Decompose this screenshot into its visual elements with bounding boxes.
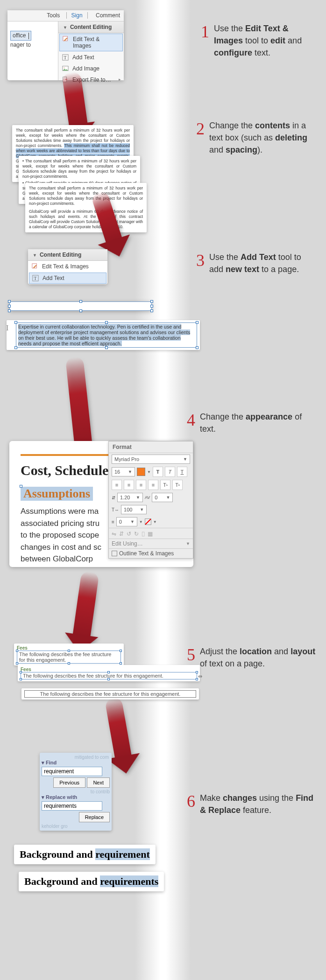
replace-button[interactable]: Replace [79, 812, 110, 822]
heading-assumptions[interactable]: Assumptions [21, 487, 93, 501]
replace-input[interactable] [42, 801, 102, 811]
caption-5: 5 Adjust the location and layout of text… [200, 645, 317, 670]
step-number-6: 6 [187, 789, 195, 813]
fees-box-2[interactable]: Fees The following describes the fee str… [18, 665, 200, 681]
replace-image-icon[interactable]: ▦ [148, 531, 153, 537]
line-spacing-select[interactable]: 1.20▼ [117, 493, 143, 502]
caption-3: 3 Use the Add Text tool to add new text … [209, 251, 317, 275]
format-panel: Format Myriad Pro▼ 16▼ ▼ T T T ≡ ≡ ≡ ≡ T… [108, 441, 193, 559]
add-image-item[interactable]: Add Image [58, 63, 124, 74]
result-line-1: Background and requirement [14, 845, 156, 864]
edit-text-images-icon [32, 263, 38, 270]
content-editing-header-2[interactable]: Content Editing [28, 249, 107, 261]
flip-v-icon[interactable]: ⇵ [119, 531, 124, 537]
step-number-4: 4 [187, 408, 195, 432]
crop-icon[interactable]: ⌷ [142, 531, 145, 537]
font-family-select[interactable]: Myriad Pro▼ [112, 455, 190, 464]
text-caret [28, 33, 29, 39]
chevron-right-icon: ▸ [119, 77, 121, 82]
ghost-text: keholder gro [42, 824, 110, 829]
chevron-down-icon: ▼ [186, 541, 190, 546]
horiz-scale-select[interactable]: 100▼ [121, 505, 147, 514]
doc-area: office nager to [7, 21, 58, 80]
text-cursor-icon: I [6, 324, 8, 332]
caption-4: 4 Change the appearance of text. [200, 411, 317, 435]
result-line-2: Background and requirements [19, 872, 164, 891]
edit-text-images-item[interactable]: Edit Text & Images [59, 34, 123, 51]
step-number-5: 5 [187, 643, 195, 667]
font-size-select[interactable]: 16▼ [112, 467, 135, 476]
align-center-button[interactable]: ≡ [124, 480, 134, 490]
edit-text-images-item-2[interactable]: Edit Text & Images [28, 261, 107, 272]
caption-1: 1 Use the Edit Text & Images tool to edi… [214, 22, 317, 59]
svg-text:T: T [64, 55, 67, 60]
flip-h-icon[interactable]: ⇋ [112, 531, 116, 537]
rotate-cw-icon[interactable]: ↻ [134, 531, 139, 537]
horizontal-scale-icon: T↔ [112, 507, 119, 512]
content-editing-panel: Content Editing Edit Text & Images T Add… [58, 21, 124, 80]
app-toolbar: Tools Sign Comment [7, 10, 124, 21]
add-text-item-2[interactable]: T Add Text [29, 273, 106, 284]
svg-text:T: T [34, 276, 37, 281]
no-fill-swatch[interactable] [145, 518, 151, 525]
edit-text-images-icon [63, 36, 69, 42]
sign-tab[interactable]: Sign [66, 12, 88, 19]
text-snippet-c[interactable]: The consultant shall perform a minimum o… [25, 183, 147, 232]
fees-box-1[interactable]: Fees The following describes the fee str… [14, 644, 124, 665]
line-spacing-icon: ⇵ [112, 495, 115, 500]
ghost-text: mitigated to com [42, 755, 110, 760]
add-image-icon [62, 65, 69, 72]
ghost-text: to contrib [42, 789, 110, 794]
expertise-text-frame[interactable]: I Expertise in current collaboration tec… [7, 320, 200, 350]
format-panel-title: Format [109, 441, 193, 453]
find-input[interactable] [42, 767, 102, 776]
bold-button[interactable]: T [153, 467, 163, 477]
previous-button[interactable]: Previous [53, 777, 85, 788]
stroke-width-select[interactable]: 0▼ [116, 517, 137, 526]
step-number-2: 2 [196, 117, 205, 141]
tools-tab[interactable]: Tools [47, 12, 60, 19]
content-editing-header[interactable]: Content Editing [58, 21, 124, 33]
empty-text-frame[interactable] [9, 301, 152, 311]
panel-step1: Tools Sign Comment office nager to Conte… [7, 10, 124, 80]
caption-6: 6 Make changes using the Find & Replace … [200, 792, 317, 816]
align-right-button[interactable]: ≡ [136, 480, 146, 490]
edit-using-label[interactable]: Edit Using… [112, 540, 143, 547]
fees-box-3[interactable]: The following describes the fee structur… [21, 688, 199, 700]
underline-button[interactable]: T [177, 467, 187, 477]
caption-2: 2 Change the contents in a text box (suc… [209, 119, 317, 156]
find-label: Find [46, 760, 57, 765]
font-color-swatch[interactable] [137, 468, 145, 476]
add-text-icon: T [32, 275, 39, 281]
comment-tab[interactable]: Comment [96, 12, 120, 19]
add-text-icon: T [62, 54, 69, 61]
find-replace-panel: mitigated to com ▾ Find Previous Next to… [40, 753, 112, 831]
resize-handle-icon[interactable]: ⇔ [198, 673, 202, 679]
kerning-select[interactable]: 0▼ [152, 493, 173, 502]
align-justify-button[interactable]: ≡ [148, 480, 158, 490]
subscript-button[interactable]: T₂ [172, 480, 183, 490]
outline-checkbox[interactable] [112, 551, 117, 556]
next-button[interactable]: Next [87, 777, 110, 788]
chevron-down-icon: ▼ [183, 457, 187, 462]
italic-button[interactable]: T [165, 467, 175, 477]
outline-text-images-label: Outline Text & Images [119, 550, 174, 557]
selected-text-box[interactable]: office [10, 31, 31, 41]
step-number-3: 3 [196, 248, 205, 273]
rotate-ccw-icon[interactable]: ↺ [127, 531, 131, 537]
svg-point-4 [64, 67, 65, 69]
align-left-button[interactable]: ≡ [112, 480, 122, 490]
content-editing-mini-panel: Content Editing Edit Text & Images T Add… [28, 249, 107, 284]
stroke-width-icon: ≡ [112, 519, 114, 525]
add-text-item[interactable]: T Add Text [58, 52, 124, 63]
replace-label: Replace with [46, 794, 77, 800]
step-number-1: 1 [201, 20, 209, 44]
superscript-button[interactable]: T₁ [160, 480, 170, 490]
kerning-icon: AV [145, 495, 150, 500]
